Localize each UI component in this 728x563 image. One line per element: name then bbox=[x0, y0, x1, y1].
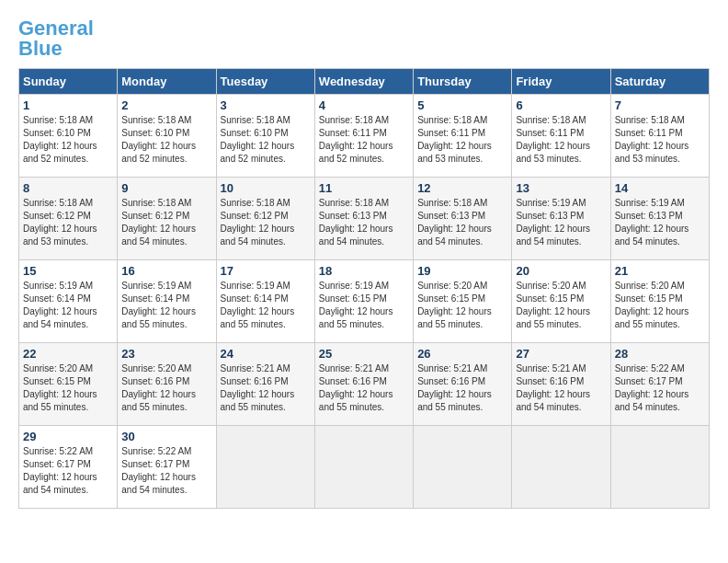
day-info: Sunrise: 5:18 AM Sunset: 6:11 PM Dayligh… bbox=[417, 114, 507, 166]
calendar-cell: 26 Sunrise: 5:21 AM Sunset: 6:16 PM Dayl… bbox=[414, 343, 512, 426]
calendar-cell bbox=[216, 426, 314, 509]
day-number: 2 bbox=[121, 98, 211, 112]
calendar-cell: 14 Sunrise: 5:19 AM Sunset: 6:13 PM Dayl… bbox=[610, 178, 709, 260]
calendar-cell: 11 Sunrise: 5:18 AM Sunset: 6:13 PM Dayl… bbox=[314, 178, 413, 260]
calendar-cell: 20 Sunrise: 5:20 AM Sunset: 6:15 PM Dayl… bbox=[512, 260, 610, 343]
day-info: Sunrise: 5:19 AM Sunset: 6:14 PM Dayligh… bbox=[23, 280, 113, 331]
calendar-cell: 29 Sunrise: 5:22 AM Sunset: 6:17 PM Dayl… bbox=[19, 426, 118, 509]
day-info: Sunrise: 5:18 AM Sunset: 6:12 PM Dayligh… bbox=[23, 197, 113, 248]
day-info: Sunrise: 5:18 AM Sunset: 6:10 PM Dayligh… bbox=[121, 114, 211, 166]
day-number: 17 bbox=[221, 264, 311, 278]
day-info: Sunrise: 5:18 AM Sunset: 6:11 PM Dayligh… bbox=[615, 114, 705, 166]
day-info: Sunrise: 5:18 AM Sunset: 6:13 PM Dayligh… bbox=[319, 197, 409, 248]
weekday-header-thursday: Thursday bbox=[414, 69, 512, 95]
day-info: Sunrise: 5:20 AM Sunset: 6:15 PM Dayligh… bbox=[615, 280, 705, 331]
day-number: 6 bbox=[516, 98, 606, 112]
weekday-header-row: SundayMondayTuesdayWednesdayThursdayFrid… bbox=[19, 69, 710, 95]
day-number: 3 bbox=[221, 98, 311, 112]
calendar-cell: 3 Sunrise: 5:18 AM Sunset: 6:10 PM Dayli… bbox=[216, 95, 314, 178]
day-info: Sunrise: 5:18 AM Sunset: 6:13 PM Dayligh… bbox=[417, 197, 507, 248]
day-number: 24 bbox=[221, 347, 311, 361]
day-number: 7 bbox=[615, 98, 705, 112]
day-number: 5 bbox=[417, 98, 507, 112]
calendar-cell bbox=[414, 426, 512, 509]
calendar-cell: 30 Sunrise: 5:22 AM Sunset: 6:17 PM Dayl… bbox=[118, 426, 216, 509]
day-info: Sunrise: 5:18 AM Sunset: 6:11 PM Dayligh… bbox=[319, 114, 409, 166]
day-info: Sunrise: 5:19 AM Sunset: 6:15 PM Dayligh… bbox=[319, 280, 409, 331]
calendar-cell: 19 Sunrise: 5:20 AM Sunset: 6:15 PM Dayl… bbox=[414, 260, 512, 343]
day-number: 30 bbox=[121, 430, 211, 443]
calendar-table: SundayMondayTuesdayWednesdayThursdayFrid… bbox=[18, 68, 710, 509]
weekday-header-monday: Monday bbox=[118, 69, 216, 95]
day-number: 13 bbox=[516, 181, 606, 195]
day-info: Sunrise: 5:18 AM Sunset: 6:10 PM Dayligh… bbox=[23, 114, 113, 166]
day-number: 12 bbox=[417, 181, 507, 195]
day-info: Sunrise: 5:22 AM Sunset: 6:17 PM Dayligh… bbox=[615, 362, 705, 414]
calendar-cell: 28 Sunrise: 5:22 AM Sunset: 6:17 PM Dayl… bbox=[610, 343, 709, 426]
weekday-header-tuesday: Tuesday bbox=[216, 69, 314, 95]
calendar-cell bbox=[610, 426, 709, 509]
day-info: Sunrise: 5:21 AM Sunset: 6:16 PM Dayligh… bbox=[417, 362, 507, 414]
logo: General Blue bbox=[18, 18, 94, 59]
calendar-cell: 2 Sunrise: 5:18 AM Sunset: 6:10 PM Dayli… bbox=[118, 95, 216, 178]
calendar-cell: 4 Sunrise: 5:18 AM Sunset: 6:11 PM Dayli… bbox=[314, 95, 413, 178]
day-number: 15 bbox=[23, 264, 113, 278]
day-info: Sunrise: 5:20 AM Sunset: 6:15 PM Dayligh… bbox=[417, 280, 507, 331]
day-info: Sunrise: 5:20 AM Sunset: 6:16 PM Dayligh… bbox=[121, 362, 211, 414]
day-number: 11 bbox=[319, 181, 409, 195]
calendar-cell: 21 Sunrise: 5:20 AM Sunset: 6:15 PM Dayl… bbox=[610, 260, 709, 343]
day-number: 9 bbox=[121, 181, 211, 195]
logo-text: General Blue bbox=[18, 18, 94, 59]
calendar-cell: 12 Sunrise: 5:18 AM Sunset: 6:13 PM Dayl… bbox=[414, 178, 512, 260]
day-info: Sunrise: 5:22 AM Sunset: 6:17 PM Dayligh… bbox=[23, 445, 113, 497]
day-info: Sunrise: 5:18 AM Sunset: 6:10 PM Dayligh… bbox=[221, 114, 311, 166]
calendar-cell: 8 Sunrise: 5:18 AM Sunset: 6:12 PM Dayli… bbox=[19, 178, 118, 260]
day-info: Sunrise: 5:21 AM Sunset: 6:16 PM Dayligh… bbox=[516, 362, 606, 414]
day-number: 1 bbox=[23, 98, 113, 112]
calendar-cell: 22 Sunrise: 5:20 AM Sunset: 6:15 PM Dayl… bbox=[19, 343, 118, 426]
day-info: Sunrise: 5:20 AM Sunset: 6:15 PM Dayligh… bbox=[23, 362, 113, 414]
calendar-cell: 5 Sunrise: 5:18 AM Sunset: 6:11 PM Dayli… bbox=[414, 95, 512, 178]
day-number: 28 bbox=[615, 347, 705, 361]
calendar-cell: 16 Sunrise: 5:19 AM Sunset: 6:14 PM Dayl… bbox=[118, 260, 216, 343]
calendar-cell: 17 Sunrise: 5:19 AM Sunset: 6:14 PM Dayl… bbox=[216, 260, 314, 343]
calendar-cell: 24 Sunrise: 5:21 AM Sunset: 6:16 PM Dayl… bbox=[216, 343, 314, 426]
calendar-cell bbox=[512, 426, 610, 509]
calendar-week-row: 29 Sunrise: 5:22 AM Sunset: 6:17 PM Dayl… bbox=[19, 426, 710, 509]
day-info: Sunrise: 5:21 AM Sunset: 6:16 PM Dayligh… bbox=[221, 362, 311, 414]
day-info: Sunrise: 5:19 AM Sunset: 6:13 PM Dayligh… bbox=[615, 197, 705, 248]
day-number: 19 bbox=[417, 264, 507, 278]
calendar-body: 1 Sunrise: 5:18 AM Sunset: 6:10 PM Dayli… bbox=[19, 95, 710, 509]
day-info: Sunrise: 5:21 AM Sunset: 6:16 PM Dayligh… bbox=[319, 362, 409, 414]
day-info: Sunrise: 5:19 AM Sunset: 6:13 PM Dayligh… bbox=[516, 197, 606, 248]
page-header: General Blue bbox=[18, 18, 710, 59]
day-number: 18 bbox=[319, 264, 409, 278]
calendar-cell: 10 Sunrise: 5:18 AM Sunset: 6:12 PM Dayl… bbox=[216, 178, 314, 260]
day-info: Sunrise: 5:20 AM Sunset: 6:15 PM Dayligh… bbox=[516, 280, 606, 331]
day-number: 8 bbox=[23, 181, 113, 195]
day-info: Sunrise: 5:18 AM Sunset: 6:11 PM Dayligh… bbox=[516, 114, 606, 166]
day-number: 16 bbox=[121, 264, 211, 278]
calendar-cell: 9 Sunrise: 5:18 AM Sunset: 6:12 PM Dayli… bbox=[118, 178, 216, 260]
calendar-week-row: 15 Sunrise: 5:19 AM Sunset: 6:14 PM Dayl… bbox=[19, 260, 710, 343]
calendar-cell: 27 Sunrise: 5:21 AM Sunset: 6:16 PM Dayl… bbox=[512, 343, 610, 426]
calendar-cell: 7 Sunrise: 5:18 AM Sunset: 6:11 PM Dayli… bbox=[610, 95, 709, 178]
day-number: 27 bbox=[516, 347, 606, 361]
day-number: 26 bbox=[417, 347, 507, 361]
day-number: 22 bbox=[23, 347, 113, 361]
calendar-week-row: 1 Sunrise: 5:18 AM Sunset: 6:10 PM Dayli… bbox=[19, 95, 710, 178]
day-info: Sunrise: 5:19 AM Sunset: 6:14 PM Dayligh… bbox=[121, 280, 211, 331]
logo-blue: Blue bbox=[18, 37, 63, 60]
day-number: 23 bbox=[121, 347, 211, 361]
day-number: 14 bbox=[615, 181, 705, 195]
calendar-cell bbox=[314, 426, 413, 509]
calendar-cell: 6 Sunrise: 5:18 AM Sunset: 6:11 PM Dayli… bbox=[512, 95, 610, 178]
calendar-cell: 23 Sunrise: 5:20 AM Sunset: 6:16 PM Dayl… bbox=[118, 343, 216, 426]
weekday-header-saturday: Saturday bbox=[610, 69, 709, 95]
calendar-cell: 1 Sunrise: 5:18 AM Sunset: 6:10 PM Dayli… bbox=[19, 95, 118, 178]
day-info: Sunrise: 5:18 AM Sunset: 6:12 PM Dayligh… bbox=[121, 197, 211, 248]
day-number: 4 bbox=[319, 98, 409, 112]
day-info: Sunrise: 5:18 AM Sunset: 6:12 PM Dayligh… bbox=[221, 197, 311, 248]
calendar-week-row: 22 Sunrise: 5:20 AM Sunset: 6:15 PM Dayl… bbox=[19, 343, 710, 426]
day-info: Sunrise: 5:22 AM Sunset: 6:17 PM Dayligh… bbox=[121, 445, 211, 497]
